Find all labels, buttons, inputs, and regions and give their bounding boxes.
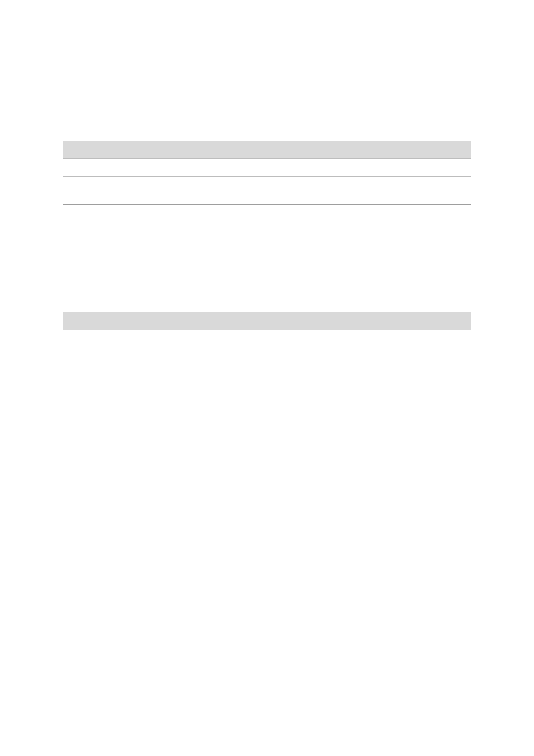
table-b-cell: [205, 330, 335, 348]
table-b-header-cell: [63, 312, 205, 330]
table-b-header-cell: [335, 312, 471, 330]
table-a-header-cell: [205, 141, 335, 159]
table-b: [63, 312, 471, 376]
table-a-cell: [205, 177, 335, 205]
table-b-cell: [335, 330, 471, 348]
table-b-row: [63, 348, 471, 376]
table-b-cell: [63, 348, 205, 376]
table-a-cell: [63, 159, 205, 177]
table-a-cell: [335, 159, 471, 177]
table-b-header-row: [63, 312, 471, 330]
table-b-header-cell: [205, 312, 335, 330]
table-a-header-cell: [335, 141, 471, 159]
table-a-row: [63, 177, 471, 205]
table-a-header-cell: [63, 141, 205, 159]
table-a-cell: [63, 177, 205, 205]
table-b-row: [63, 330, 471, 348]
table-a-cell: [335, 177, 471, 205]
table-b-cell: [205, 348, 335, 376]
table-a: [63, 141, 471, 205]
table-a-cell: [205, 159, 335, 177]
table-b-cell: [335, 348, 471, 376]
document-page: [0, 0, 534, 756]
table-b-cell: [63, 330, 205, 348]
table-a-header-row: [63, 141, 471, 159]
table-a-row: [63, 159, 471, 177]
